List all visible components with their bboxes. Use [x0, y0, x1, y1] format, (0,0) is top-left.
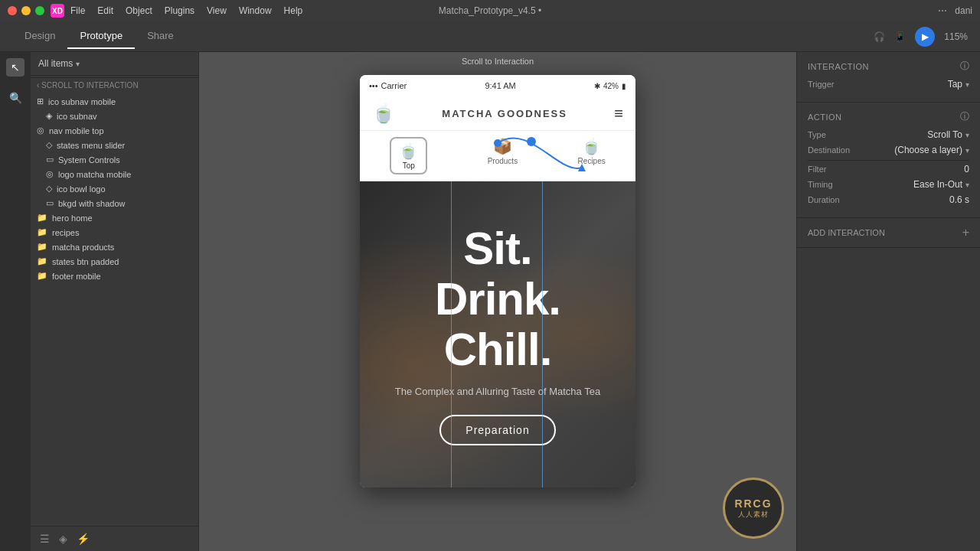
layer-matcha-products[interactable]: 📁 matcha products	[31, 240, 198, 254]
interaction-section: INTERACTION ⓘ Trigger Tap ▾	[797, 52, 980, 103]
layer-ico-bowl-logo[interactable]: ◇ ico bowl logo	[31, 181, 198, 196]
toolbar: Design Prototype Share 🎧 📱 ▶ 115%	[0, 21, 980, 52]
left-panel-header: All items ▾	[31, 52, 198, 76]
tab-share[interactable]: Share	[135, 24, 186, 49]
hero-subtitle: The Complex and Alluring Taste of Matcha…	[395, 384, 600, 399]
layer-label: footer mobile	[52, 272, 101, 281]
menu-window[interactable]: Window	[239, 5, 272, 16]
layer-bkgd-shadow[interactable]: ▭ bkgd with shadow	[31, 196, 198, 210]
canvas-area[interactable]: 人人素材 Scroll to Interaction ••• Carrier 9…	[199, 52, 796, 551]
destination-chevron-icon: ▾	[965, 146, 969, 155]
left-panel: All items ▾ ‹ SCROLL TO INTERACTION ⊞ ic…	[31, 52, 199, 551]
rrcg-text-bottom: 人人素材	[738, 510, 769, 520]
filter-label: All items	[38, 58, 73, 69]
hero-title-line2: Drink.	[395, 274, 600, 324]
layer-label: hero home	[52, 214, 93, 223]
layer-ico-subnav[interactable]: ◈ ico subnav	[31, 109, 198, 123]
maximize-button[interactable]	[35, 6, 44, 15]
layer-label: ico subnav mobile	[48, 97, 116, 106]
trigger-label: Trigger	[808, 80, 834, 89]
layer-footer-mobile[interactable]: 📁 footer mobile	[31, 269, 198, 283]
rrcg-text-top: RRCG	[734, 497, 772, 510]
filter-row: Filter 0	[808, 164, 969, 174]
tab-prototype[interactable]: Prototype	[67, 24, 135, 49]
hero-title-line3: Chill.	[395, 324, 600, 375]
timing-select[interactable]: Ease In-Out ▾	[913, 179, 969, 190]
battery-icon: ▮	[622, 82, 626, 90]
hero-title-line1: Sit.	[395, 223, 600, 274]
close-button[interactable]	[8, 6, 17, 15]
menu-bar: File Edit Object Plugins View Window Hel…	[70, 5, 302, 16]
preparation-button[interactable]: Preparation	[439, 415, 555, 445]
plugins-panel-icon[interactable]: ⚡	[77, 533, 90, 545]
scroll-interaction-label: ‹ SCROLL TO INTERACTION	[31, 77, 198, 91]
destination-value: (Choose a layer)	[894, 145, 962, 155]
minimize-button[interactable]	[21, 6, 31, 15]
search-tool-icon[interactable]: 🔍	[6, 89, 24, 107]
menu-plugins[interactable]: Plugins	[165, 5, 194, 16]
nav-tab-recipes[interactable]: 🍵 Recipes	[578, 137, 606, 174]
interaction-info-icon: ⓘ	[960, 60, 969, 73]
nav-tab-products[interactable]: 📦 Products	[488, 137, 518, 174]
recipes-tab-icon: 🍵	[582, 137, 601, 155]
type-label: Type	[808, 130, 826, 139]
destination-select[interactable]: (Choose a layer) ▾	[894, 145, 969, 155]
duration-value: 0.6 s	[949, 194, 969, 205]
layer-recipes[interactable]: 📁 recipes	[31, 225, 198, 240]
destination-row: Destination (Choose a layer) ▾	[808, 145, 969, 155]
layer-system-controls[interactable]: ▭ System Controls	[31, 152, 198, 167]
trigger-select[interactable]: Tap ▾	[948, 79, 969, 90]
filter-select[interactable]: All items ▾	[38, 58, 191, 69]
hero-content: Sit. Drink. Chill. The Complex and Allur…	[395, 223, 600, 445]
cursor-tool-icon[interactable]: ↖	[6, 58, 24, 77]
layer-tree: ⊞ ico subnav mobile ◈ ico subnav ◎ nav m…	[31, 91, 198, 526]
group-icon: ⊞	[37, 96, 44, 106]
action-title: ACTION	[808, 112, 842, 122]
xd-app-icon: XD	[51, 4, 64, 18]
assets-panel-icon[interactable]: ◈	[59, 533, 67, 545]
item-icon: ◇	[46, 140, 52, 150]
products-tab-label: Products	[488, 157, 518, 165]
timing-value: Ease In-Out	[913, 179, 962, 190]
guide-line-v2	[542, 181, 543, 487]
toolbar-tabs: Design Prototype Share	[12, 24, 186, 49]
nav-tab-top[interactable]: 🍵 Top	[390, 137, 427, 174]
item-icon: ◈	[46, 111, 52, 121]
tab-design[interactable]: Design	[12, 24, 67, 49]
status-bar: ••• Carrier 9:41 AM ✱ 42% ▮	[360, 75, 635, 96]
play-button[interactable]: ▶	[915, 27, 935, 47]
layer-states-menu-slider[interactable]: ◇ states menu slider	[31, 138, 198, 152]
trigger-row: Trigger Tap ▾	[808, 79, 969, 90]
hamburger-menu-icon[interactable]: ≡	[614, 105, 623, 122]
recipes-tab-label: Recipes	[578, 157, 606, 165]
menu-edit[interactable]: Edit	[97, 5, 113, 16]
duration-label: Duration	[808, 195, 840, 204]
type-chevron-icon: ▾	[965, 131, 969, 139]
menu-file[interactable]: File	[70, 5, 85, 16]
menu-help[interactable]: Help	[284, 5, 303, 16]
item-icon: ▭	[46, 198, 54, 208]
right-panel: INTERACTION ⓘ Trigger Tap ▾ ACTION ⓘ Typ…	[796, 52, 980, 551]
guide-line-v1	[451, 181, 452, 487]
layer-states-btn[interactable]: 📁 states btn padded	[31, 254, 198, 269]
document-title: Matcha_Prototype_v4.5 •	[439, 5, 541, 16]
duration-row: Duration 0.6 s	[808, 194, 969, 205]
battery-level: 42%	[603, 82, 619, 90]
carrier-name: Carrier	[381, 81, 407, 90]
type-row: Type Scroll To ▾	[808, 129, 969, 140]
layer-nav-mobile-top[interactable]: ◎ nav mobile top	[31, 123, 198, 138]
folder-icon: 📁	[37, 242, 47, 252]
add-interaction-button[interactable]: +	[962, 226, 969, 240]
layer-label: matcha products	[52, 243, 114, 252]
headphone-icon: 🎧	[874, 31, 885, 42]
layers-panel-icon[interactable]: ☰	[40, 533, 50, 545]
layer-hero-home[interactable]: 📁 hero home	[31, 210, 198, 225]
menu-object[interactable]: Object	[126, 5, 152, 16]
mobile-preview-icon: 📱	[894, 31, 906, 42]
layer-ico-subnav-mobile[interactable]: ⊞ ico subnav mobile	[31, 94, 198, 109]
type-select[interactable]: Scroll To ▾	[927, 129, 969, 140]
filter-value: 0	[964, 164, 969, 174]
menu-view[interactable]: View	[207, 5, 227, 16]
layer-label: states btn padded	[52, 257, 119, 266]
layer-logo-matcha[interactable]: ◎ logo matcha mobile	[31, 167, 198, 181]
